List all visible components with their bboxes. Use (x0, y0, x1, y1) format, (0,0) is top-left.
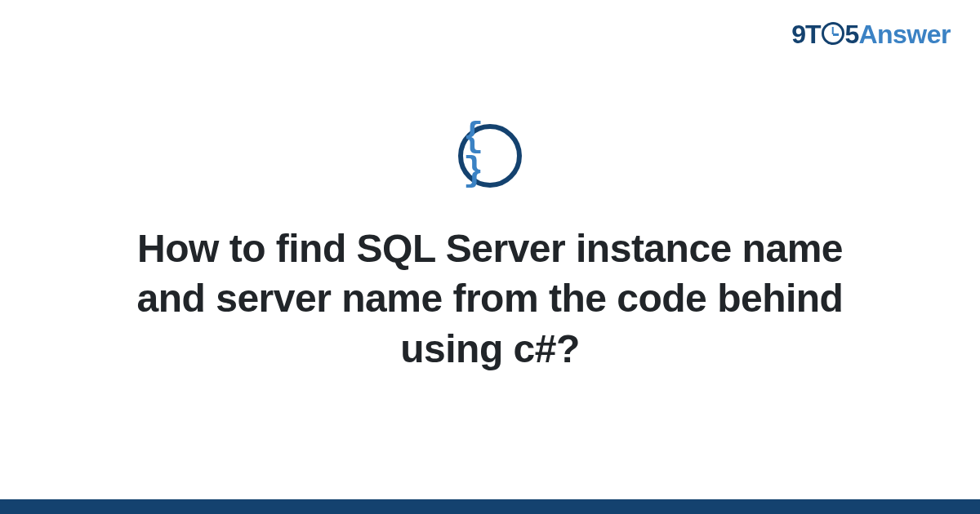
main-content: { } How to find SQL Server instance name… (0, 0, 980, 514)
question-title: How to find SQL Server instance name and… (98, 224, 882, 374)
code-braces-icon: { } (463, 120, 517, 188)
footer-accent-bar (0, 499, 980, 514)
category-badge: { } (458, 124, 522, 188)
